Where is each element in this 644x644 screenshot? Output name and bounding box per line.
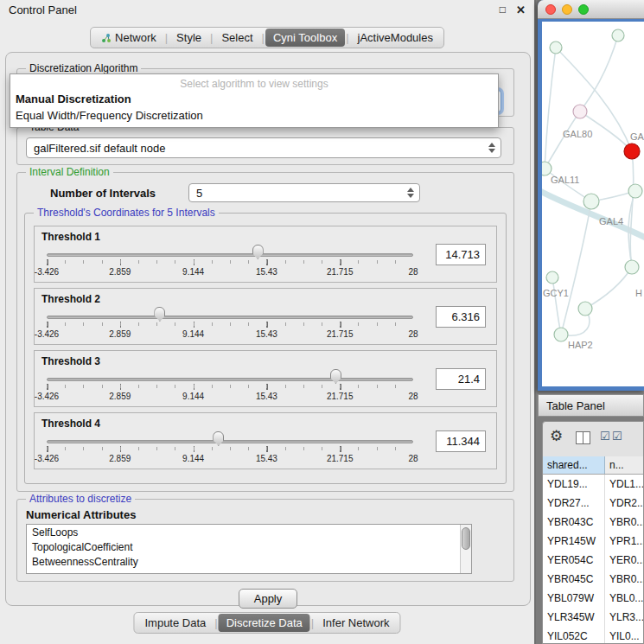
- network-node[interactable]: [550, 41, 562, 54]
- table-row[interactable]: YBL079WYBL0...: [543, 589, 643, 608]
- columns-icon[interactable]: [576, 431, 590, 444]
- list-item[interactable]: TopologicalCoefficient: [27, 539, 471, 554]
- tab-cyni-toolbox[interactable]: Cyni Toolbox: [265, 29, 345, 47]
- cell[interactable]: YBR043C: [543, 513, 605, 532]
- attributes-list[interactable]: SelfLoops TopologicalCoefficient Between…: [26, 524, 472, 574]
- cell[interactable]: YIL052C: [543, 627, 605, 644]
- scale-label: 9.144: [182, 454, 204, 463]
- slider-track[interactable]: [47, 253, 413, 257]
- control-panel-titlebar: Control Panel □ ✕: [0, 0, 534, 19]
- table-row[interactable]: YLR345WYLR3...: [543, 608, 643, 627]
- network-canvas[interactable]: GAL80 GA GAL11 GAL4 GCY1 HAP2 H: [542, 22, 644, 386]
- minimize-traffic-light-icon[interactable]: [562, 4, 572, 15]
- table-row[interactable]: YDR27...YDR2...: [543, 494, 643, 513]
- network-node[interactable]: [612, 29, 624, 41]
- gear-icon[interactable]: ⚙: [550, 429, 563, 443]
- list-item[interactable]: BetweennessCentrality: [27, 554, 471, 569]
- list-scrollbar[interactable]: [460, 525, 471, 573]
- cell[interactable]: YBR045C: [543, 570, 605, 589]
- network-node[interactable]: [546, 271, 558, 284]
- cell[interactable]: YBR0...: [605, 570, 643, 589]
- slider-track[interactable]: [47, 440, 413, 443]
- slider-track[interactable]: [47, 316, 413, 319]
- scale-label: -3.426: [35, 267, 59, 277]
- cell[interactable]: YER054C: [543, 551, 605, 570]
- threshold-slider[interactable]: -3.426 2.859 9.144 15.43 21.715 28: [47, 432, 413, 465]
- table-row[interactable]: YIL052CYIL0...: [543, 627, 643, 644]
- threshold-slider[interactable]: -3.426 2.859 9.144 15.43 21.715 28: [47, 308, 413, 341]
- tab-select[interactable]: Select: [214, 29, 260, 47]
- threshold-value-field[interactable]: 11.344: [436, 430, 486, 452]
- network-node[interactable]: [628, 184, 642, 198]
- cell[interactable]: YDL1...: [605, 475, 643, 494]
- tab-impute-data[interactable]: Impute Data: [137, 614, 214, 632]
- node-label: GAL4: [599, 216, 623, 226]
- scale-label: 28: [408, 392, 418, 401]
- threshold-value-field[interactable]: 21.4: [436, 368, 486, 390]
- table-row[interactable]: YER054CYER0...: [543, 551, 643, 570]
- zoom-traffic-light-icon[interactable]: [578, 4, 589, 15]
- tab-style[interactable]: Style: [169, 29, 209, 47]
- network-node-selected[interactable]: [624, 143, 640, 159]
- threshold-label: Threshold 3: [41, 355, 100, 367]
- network-node[interactable]: [583, 194, 599, 209]
- cell[interactable]: YDR2...: [605, 494, 643, 513]
- float-window-icon[interactable]: □: [500, 3, 506, 16]
- column-header-shared-name[interactable]: shared...: [543, 456, 605, 474]
- table-row[interactable]: YBR045CYBR0...: [543, 570, 643, 589]
- cell[interactable]: YBL079W: [543, 589, 605, 608]
- scale-label: 9.144: [182, 392, 204, 401]
- threshold-slider[interactable]: -3.426 2.859 9.144 15.43 21.715 28: [47, 370, 413, 403]
- network-node[interactable]: [625, 260, 639, 274]
- tab-discretize-data[interactable]: Discretize Data: [219, 614, 310, 632]
- cell[interactable]: YDR27...: [543, 494, 605, 513]
- tab-network[interactable]: Network: [93, 29, 164, 47]
- table-row[interactable]: YDL19...YDL1...: [543, 475, 643, 494]
- table-row[interactable]: YBR043CYBR0...: [543, 513, 643, 532]
- cell[interactable]: YIL0...: [605, 627, 643, 644]
- number-of-intervals-combobox[interactable]: 5: [188, 183, 420, 202]
- slider-thumb[interactable]: [330, 369, 341, 384]
- scale-label: 15.43: [256, 454, 277, 463]
- threshold-label: Threshold 4: [41, 418, 100, 430]
- close-traffic-light-icon[interactable]: [545, 4, 556, 15]
- list-item[interactable]: SelfLoops: [27, 525, 471, 539]
- scale-label: 21.715: [327, 267, 354, 277]
- threshold-value-field[interactable]: 14.713: [436, 244, 486, 265]
- tab-separator: |: [310, 616, 315, 629]
- network-node[interactable]: [573, 105, 587, 118]
- select-all-checkbox-icon[interactable]: ☑: [600, 430, 610, 442]
- table-panel-window: ⚙ ☑ ☑ shared... n... YDL19...YDL1... YDR…: [542, 421, 644, 644]
- cell[interactable]: YLR3...: [605, 608, 643, 627]
- option-equal-width-frequency[interactable]: Equal Width/Frequency Discretization: [10, 107, 498, 127]
- option-manual-discretization[interactable]: Manual Discretization: [10, 91, 498, 107]
- slider-thumb[interactable]: [252, 245, 264, 259]
- slider-track[interactable]: [47, 378, 413, 381]
- cell[interactable]: YDL19...: [543, 475, 605, 494]
- slider-thumb[interactable]: [154, 307, 165, 322]
- cell[interactable]: YBL0...: [605, 589, 643, 608]
- cell[interactable]: YPR1...: [605, 532, 643, 551]
- network-node[interactable]: [542, 162, 552, 175]
- close-icon[interactable]: ✕: [516, 3, 526, 16]
- tab-infer-network[interactable]: Infer Network: [315, 614, 397, 632]
- table-row[interactable]: YPR145WYPR1...: [543, 532, 643, 551]
- network-node[interactable]: [554, 328, 568, 341]
- apply-button[interactable]: Apply: [239, 589, 297, 609]
- column-header-name[interactable]: n...: [605, 456, 643, 474]
- scale-label: 2.859: [109, 454, 131, 463]
- cell[interactable]: YPR145W: [543, 532, 605, 551]
- scrollbar-thumb[interactable]: [462, 527, 470, 550]
- cell[interactable]: YLR345W: [543, 608, 605, 627]
- select-column-checkbox-icon[interactable]: ☑: [612, 430, 622, 442]
- cell[interactable]: YBR0...: [605, 513, 643, 532]
- tab-jactivemodules[interactable]: jActiveModules: [350, 29, 441, 47]
- node-label: GCY1: [543, 288, 569, 298]
- network-node[interactable]: [578, 302, 592, 316]
- cell[interactable]: YER0...: [605, 551, 643, 570]
- window-buttons: □ ✕: [500, 3, 526, 16]
- threshold-slider[interactable]: -3.426 2.859 9.144 15.43 21.715 28: [47, 245, 413, 278]
- table-data-combobox[interactable]: galFiltered.sif default node: [26, 137, 501, 158]
- threshold-value-field[interactable]: 6.316: [436, 306, 486, 328]
- slider-thumb[interactable]: [213, 431, 224, 446]
